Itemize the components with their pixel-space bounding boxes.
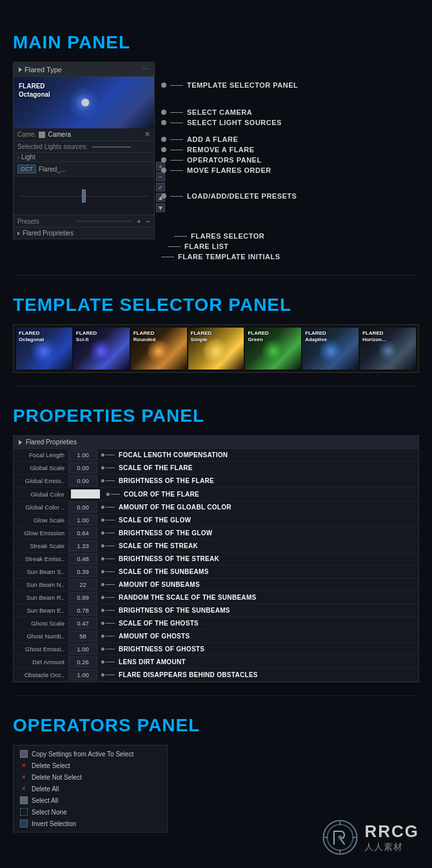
flare-slider-handle[interactable] <box>82 190 86 202</box>
prop-control-streak-scale[interactable] <box>101 544 115 547</box>
prop-control-sunbeam-random[interactable] <box>101 596 115 599</box>
camera-name: Camera <box>48 131 142 138</box>
prop-annotation-streak-emiss: BRIGHTNESS OF THE STREAK <box>119 555 219 562</box>
prop-control-sunbeam-amount[interactable] <box>101 583 115 586</box>
presets-remove-button[interactable]: − <box>146 217 150 225</box>
prop-row-streak-scale: Streak Scale 1.33 SCALE OF THE STREAK <box>14 540 418 553</box>
main-panel-annotations: TEMPLATE SELECTOR PANEL SELECT CAMERA SE… <box>161 62 419 262</box>
op-row-select-none[interactable]: Select None <box>14 806 167 818</box>
prop-annotation-ghost-scale: SCALE OF THE GHOSTS <box>119 620 199 627</box>
template-thumbnail[interactable]: FLARED Octagonal <box>14 77 154 128</box>
collapse-icon[interactable] <box>19 67 22 72</box>
prop-annotation-dirt-amount: LENS DIRT AMOUNT <box>119 658 186 666</box>
op-row-delete-all[interactable]: ✕ Delete All <box>14 783 167 794</box>
prop-annotation-ghost-emiss: BRIGHTNESS OF GHOSTS <box>119 646 204 653</box>
prop-control-global-color[interactable] <box>106 493 120 496</box>
prop-value-sunbeam-scale[interactable]: 0.39 <box>68 566 97 577</box>
prop-value-sunbeam-random[interactable]: 0.89 <box>68 592 97 603</box>
panel-menu-icon[interactable]: ⋯ <box>142 65 149 74</box>
prop-control-ghost-emiss[interactable] <box>101 647 115 651</box>
annotation-text-5: REMOVE A FLARE <box>187 146 255 153</box>
prop-control-obstacle[interactable] <box>101 673 115 676</box>
template-item-simple[interactable]: FLAREDSimple <box>188 328 244 370</box>
annotation-text-4: ADD A FLARE <box>187 135 238 143</box>
template-item-octagonal[interactable]: FLAREDOctagonal <box>16 328 72 370</box>
camera-clear-button[interactable]: ✕ <box>144 130 150 139</box>
template-item-horizon[interactable]: FLAREDHorizon... <box>360 328 416 370</box>
flare-slider-area[interactable] <box>14 177 154 215</box>
properties-expand-icon[interactable] <box>17 232 20 235</box>
bottom-section: Copy Settings from Active To Select ✕ De… <box>13 745 419 833</box>
presets-add-button[interactable]: + <box>137 217 141 225</box>
prop-value-global-scale[interactable]: 0.00 <box>68 462 97 473</box>
annotation-line-11 <box>161 257 174 257</box>
camera-row: Came. Camera ✕ <box>14 128 154 141</box>
prop-value-ghost-number[interactable]: 58 <box>68 631 97 642</box>
prop-value-global-color-amount[interactable]: 0.00 <box>68 502 97 513</box>
prop-control-global-color-amount[interactable] <box>101 506 115 509</box>
annotation-text-10: FLARE LIST <box>184 242 229 250</box>
prop-value-sunbeam-amount[interactable]: 22 <box>68 579 97 590</box>
prop-value-streak-emiss[interactable]: 0.48 <box>68 553 97 564</box>
prop-control-sunbeam-emiss[interactable] <box>101 609 115 612</box>
annotation-line-8 <box>170 196 183 197</box>
prop-annotation-glow-emission: BRIGHTNESS OF THE GLOW <box>119 529 213 537</box>
prop-control-sunbeam-scale[interactable] <box>101 570 115 573</box>
prop-value-global-color[interactable] <box>71 489 100 498</box>
prop-control-glow-emission[interactable] <box>101 531 115 535</box>
prop-row-glow-emission: Glow Emission 0.64 BRIGHTNESS OF THE GLO… <box>14 527 418 540</box>
light-sources-slider[interactable] <box>92 146 131 148</box>
prop-value-ghost-scale[interactable]: 0.47 <box>68 618 97 629</box>
op-row-invert-selection[interactable]: Invert Selection <box>14 818 167 829</box>
prop-control-global-scale[interactable] <box>101 466 115 469</box>
prop-control-glow-scale[interactable] <box>101 518 115 522</box>
op-row-copy[interactable]: Copy Settings from Active To Select <box>14 748 167 760</box>
prop-value-obstacle[interactable]: 1.00 <box>68 669 97 680</box>
prop-label-global-emiss: Global Emiss.. <box>14 476 68 486</box>
template-item-green[interactable]: FLAREDGreen <box>245 328 301 370</box>
template-item-scifi[interactable]: FLAREDSci-fi <box>74 328 130 370</box>
prop-value-streak-scale[interactable]: 1.33 <box>68 540 97 551</box>
annotation-flares-selector: FLARES SELECTOR <box>161 232 419 240</box>
template-label-3: FLAREDRounded <box>133 330 156 344</box>
prop-control-global-emiss[interactable] <box>101 479 115 482</box>
prop-label-glow-scale: Glow Scale <box>14 515 68 525</box>
prop-value-global-emiss[interactable]: 0.00 <box>68 475 97 486</box>
prop-value-ghost-emiss[interactable]: 1.00 <box>68 644 97 655</box>
prop-control-ghost-number[interactable] <box>101 635 115 638</box>
annotation-dot-3 <box>161 120 166 125</box>
template-item-adaptive[interactable]: FLAREDAdaptive <box>302 328 358 370</box>
op-row-select-all[interactable]: Select All <box>14 794 167 806</box>
presets-slider[interactable] <box>76 221 132 222</box>
panel-header: Flared Type ⋯ <box>14 63 154 77</box>
prop-label-ghost-number: Ghost Numb.. <box>14 631 68 641</box>
prop-label-global-scale: Global Scale <box>14 463 68 473</box>
prop-row-ghost-scale: Ghost Scale 0.47 SCALE OF THE GHOSTS <box>14 617 418 630</box>
prop-label-focal-length: Focal Length <box>14 450 68 460</box>
thumb-handle[interactable] <box>81 99 89 106</box>
props-header-label: Flared Proprieties <box>26 439 77 446</box>
prop-label-obstacle: Obstacle Occ.. <box>14 670 68 680</box>
prop-control-streak-emiss[interactable] <box>101 557 115 560</box>
presets-label: Presets <box>17 218 74 225</box>
template-selector-title: TEMPLATE SELECTOR PANEL <box>13 295 419 315</box>
prop-value-glow-scale[interactable]: 1.00 <box>68 515 97 526</box>
prop-control-dirt-amount[interactable] <box>101 660 115 664</box>
prop-value-sunbeam-emiss[interactable]: 0.78 <box>68 605 97 616</box>
copy-settings-icon <box>20 750 28 758</box>
prop-label-streak-emiss: Streak Emiss.. <box>14 554 68 564</box>
props-collapse-icon[interactable] <box>19 440 22 445</box>
prop-row-glow-scale: Glow Scale 1.00 SCALE OF THE GLOW <box>14 514 418 527</box>
prop-row-global-emiss: Global Emiss.. 0.00 BRIGHTNESS OF THE FL… <box>14 475 418 488</box>
prop-control-focal-length[interactable] <box>101 453 115 457</box>
prop-annotation-sunbeam-amount: AMOUNT OF SUNBEAMS <box>119 581 200 588</box>
prop-control-ghost-scale[interactable] <box>101 622 115 625</box>
prop-value-dirt-amount[interactable]: 0.26 <box>68 656 97 667</box>
op-row-delete-not-select[interactable]: ✕ Delete Not Select <box>14 771 167 783</box>
op-row-delete-select[interactable]: ✕ Delete Select <box>14 760 167 771</box>
prop-value-glow-emission[interactable]: 0.64 <box>68 528 97 538</box>
prop-value-focal-length[interactable]: 1.00 <box>68 449 97 460</box>
template-item-rounded[interactable]: FLAREDRounded <box>131 328 187 370</box>
invert-selection-icon <box>20 820 28 827</box>
flared-properties-row[interactable]: Flared Proprieties <box>14 228 154 239</box>
